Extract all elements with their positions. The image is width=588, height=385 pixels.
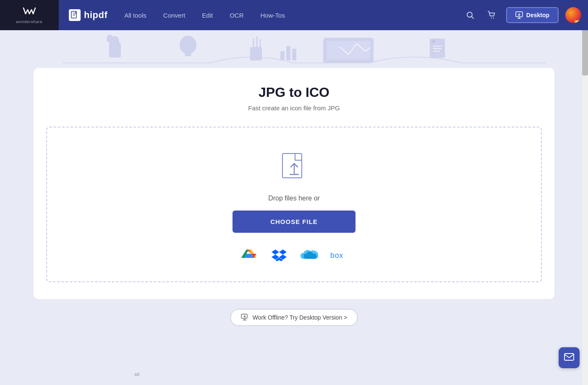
- onedrive-button[interactable]: [300, 246, 319, 265]
- google-drive-button[interactable]: [240, 246, 258, 265]
- desktop-button[interactable]: Desktop: [506, 7, 559, 23]
- svg-rect-26: [241, 314, 247, 318]
- svg-rect-14: [280, 51, 285, 60]
- box-button[interactable]: box: [330, 246, 349, 265]
- navbar-actions: Desktop Pro: [463, 7, 588, 23]
- nav-edit[interactable]: Edit: [195, 8, 220, 22]
- nav-all-tools[interactable]: All tools: [118, 8, 153, 22]
- ws-icon: [22, 6, 37, 19]
- tool-title: JPG to ICO: [46, 85, 542, 100]
- svg-rect-9: [185, 54, 191, 56]
- ad-label: ad: [134, 372, 139, 377]
- pro-badge: Pro: [575, 20, 581, 23]
- brand-name: hipdf: [84, 10, 107, 21]
- desktop-version-icon: [241, 314, 248, 321]
- hipdf-brand[interactable]: hipdf: [59, 9, 118, 21]
- search-button[interactable]: [463, 8, 478, 23]
- upload-icon-wrap: [279, 153, 309, 186]
- hero-background: [0, 30, 588, 68]
- user-avatar[interactable]: Pro: [565, 7, 581, 23]
- choose-file-button[interactable]: CHOOSE FILE: [233, 211, 355, 233]
- cart-button[interactable]: [484, 8, 499, 23]
- nav-menu: All tools Convert Edit OCR How-Tos: [118, 8, 463, 22]
- ws-text: wondershare: [16, 20, 42, 24]
- offline-banner: Work Offline? Try Desktop Version >: [0, 309, 588, 326]
- upload-icon: [279, 153, 309, 186]
- svg-point-3: [493, 18, 494, 18]
- svg-text:box: box: [330, 251, 343, 260]
- nav-ocr[interactable]: OCR: [223, 8, 250, 22]
- svg-rect-27: [564, 354, 574, 360]
- email-icon: [564, 353, 574, 363]
- drop-text: Drop files here or: [268, 195, 320, 202]
- dropzone[interactable]: Drop files here or CHOOSE FILE: [46, 127, 542, 282]
- email-fab-button[interactable]: [559, 347, 580, 368]
- svg-rect-10: [250, 47, 262, 60]
- svg-rect-16: [292, 49, 296, 60]
- svg-point-8: [180, 36, 196, 54]
- dropbox-button[interactable]: [270, 246, 288, 265]
- svg-rect-15: [286, 46, 290, 60]
- desktop-btn-label: Desktop: [526, 12, 549, 18]
- nav-how-tos[interactable]: How-Tos: [254, 8, 292, 22]
- tool-card: JPG to ICO Fast create an icon file from…: [34, 68, 554, 299]
- svg-point-7: [107, 34, 113, 43]
- cloud-storage-icons: box: [240, 246, 349, 265]
- svg-point-2: [491, 18, 492, 18]
- tool-subtitle: Fast create an icon file from JPG: [46, 104, 542, 112]
- brand-icon: [69, 9, 81, 21]
- wondershare-logo[interactable]: wondershare: [0, 0, 59, 30]
- navbar: wondershare hipdf All tools Convert Edit…: [0, 0, 588, 30]
- offline-btn-text: Work Offline? Try Desktop Version >: [253, 314, 348, 321]
- nav-convert[interactable]: Convert: [157, 8, 192, 22]
- scrollbar-track[interactable]: [582, 0, 588, 385]
- desktop-version-button[interactable]: Work Offline? Try Desktop Version >: [230, 309, 358, 326]
- hero-illustration: [0, 30, 588, 68]
